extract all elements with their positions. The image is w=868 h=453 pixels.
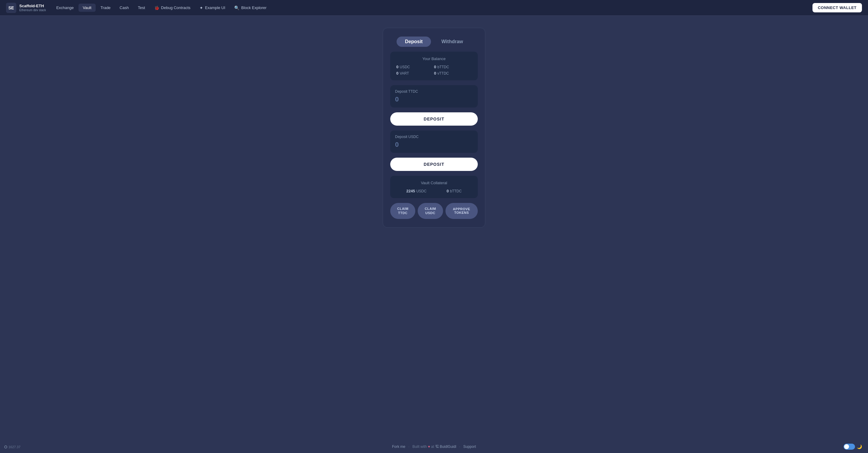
nav-cash[interactable]: Cash <box>115 4 133 12</box>
balance-usdc-amount: 0 <box>396 65 398 69</box>
collateral-row: 2245 USDC 0 bTTDC <box>396 189 472 193</box>
moon-icon: 🌙 <box>857 444 862 449</box>
example-icon: ✦ <box>199 5 203 10</box>
claim-ttdc-button[interactable]: CLAIMTTDC <box>390 203 415 219</box>
navbar: SE Scaffold-ETH Ethereum dev stack Excha… <box>0 0 868 16</box>
deposit-usdc-box: Deposit USDC 0 <box>390 130 478 153</box>
heart-icon: ♥ <box>428 445 431 449</box>
logo-icon: SE <box>6 3 16 13</box>
collateral-title: Vault Collateral <box>396 181 472 185</box>
built-with-text: Built with ♥ at 🏗 BuidlGuidl <box>412 445 456 449</box>
footer: Fork me · Built with ♥ at 🏗 BuidlGuidl ·… <box>0 440 868 453</box>
theme-toggle[interactable]: 🌙 <box>843 444 862 450</box>
balance-grid: 0 USDC 0 bTTDC 0 VART 0 vTTDC <box>396 65 472 76</box>
deposit-ttdc-box: Deposit TTDC 0 <box>390 85 478 108</box>
collateral-usdc: 2245 USDC <box>406 189 427 193</box>
balance-vart-token: VART <box>400 71 409 76</box>
deposit-ttdc-button[interactable]: DEPOSIT <box>390 112 478 126</box>
vault-collateral-box: Vault Collateral 2245 USDC 0 bTTDC <box>390 176 478 198</box>
vault-card: Deposit Withdraw Your Balance 0 USDC 0 b… <box>383 28 485 228</box>
nav-items: Exchange Vault Trade Cash Test 🐞 Debug C… <box>52 4 811 12</box>
balance-vart: 0 VART <box>396 71 434 76</box>
nav-vault[interactable]: Vault <box>79 4 96 12</box>
deposit-usdc-label: Deposit USDC <box>395 135 473 139</box>
logo-text: Scaffold-ETH Ethereum dev stack <box>19 4 46 12</box>
tab-withdraw[interactable]: Withdraw <box>433 36 471 47</box>
debug-icon: 🐞 <box>154 5 159 10</box>
nav-exchange[interactable]: Exchange <box>52 4 78 12</box>
balance-box: Your Balance 0 USDC 0 bTTDC 0 VART 0 vTT… <box>390 52 478 80</box>
version-circle-icon <box>4 446 7 449</box>
deposit-usdc-button[interactable]: DEPOSIT <box>390 158 478 171</box>
balance-usdc-token: USDC <box>400 65 410 69</box>
deposit-ttdc-value[interactable]: 0 <box>395 95 473 103</box>
claim-usdc-button[interactable]: CLAIMUSDC <box>418 203 443 219</box>
app-subtitle: Ethereum dev stack <box>19 8 46 12</box>
version-badge: 1627.37 <box>4 445 21 449</box>
balance-bttdc: 0 bTTDC <box>434 65 472 69</box>
explorer-icon: 🔍 <box>234 5 239 10</box>
nav-explorer[interactable]: 🔍 Block Explorer <box>230 4 271 12</box>
toggle-knob <box>844 444 849 449</box>
collateral-bttdc-amount: 0 <box>447 189 449 193</box>
balance-usdc: 0 USDC <box>396 65 434 69</box>
deposit-usdc-value[interactable]: 0 <box>395 141 473 149</box>
action-buttons: CLAIMTTDC CLAIMUSDC APPROVE TOKENS <box>390 203 478 219</box>
collateral-usdc-token: USDC <box>416 189 427 193</box>
nav-debug[interactable]: 🐞 Debug Contracts <box>150 4 195 12</box>
balance-title: Your Balance <box>396 57 472 61</box>
nav-trade[interactable]: Trade <box>96 4 115 12</box>
toggle-switch[interactable] <box>843 444 855 450</box>
main-content: Deposit Withdraw Your Balance 0 USDC 0 b… <box>0 16 868 440</box>
version-text: 1627.37 <box>8 445 21 449</box>
buidlguidl-link[interactable]: BuidlGuidl <box>440 445 456 449</box>
balance-vttdc-amount: 0 <box>434 71 436 76</box>
balance-bttdc-token: bTTDC <box>437 65 449 69</box>
footer-dot-2: · <box>459 445 460 449</box>
nav-test[interactable]: Test <box>134 4 149 12</box>
balance-vttdc-token: vTTDC <box>437 71 449 76</box>
support-link[interactable]: Support <box>463 445 476 449</box>
tab-deposit[interactable]: Deposit <box>397 36 431 47</box>
balance-vttdc: 0 vTTDC <box>434 71 472 76</box>
logo-block: SE Scaffold-ETH Ethereum dev stack <box>6 3 46 13</box>
approve-tokens-button[interactable]: APPROVE TOKENS <box>445 203 478 219</box>
balance-bttdc-amount: 0 <box>434 65 436 69</box>
footer-dot-1: · <box>408 445 409 449</box>
connect-wallet-button[interactable]: CONNECT WALLET <box>812 3 862 12</box>
collateral-usdc-amount: 2245 <box>406 189 415 193</box>
collateral-bttdc-token: bTTDC <box>450 189 462 193</box>
fork-me-link[interactable]: Fork me <box>392 445 405 449</box>
app-title: Scaffold-ETH <box>19 4 46 8</box>
tab-group: Deposit Withdraw <box>390 36 478 47</box>
nav-example[interactable]: ✦ Example UI <box>195 4 229 12</box>
collateral-bttdc: 0 bTTDC <box>447 189 462 193</box>
balance-vart-amount: 0 <box>396 71 398 76</box>
deposit-ttdc-label: Deposit TTDC <box>395 89 473 94</box>
